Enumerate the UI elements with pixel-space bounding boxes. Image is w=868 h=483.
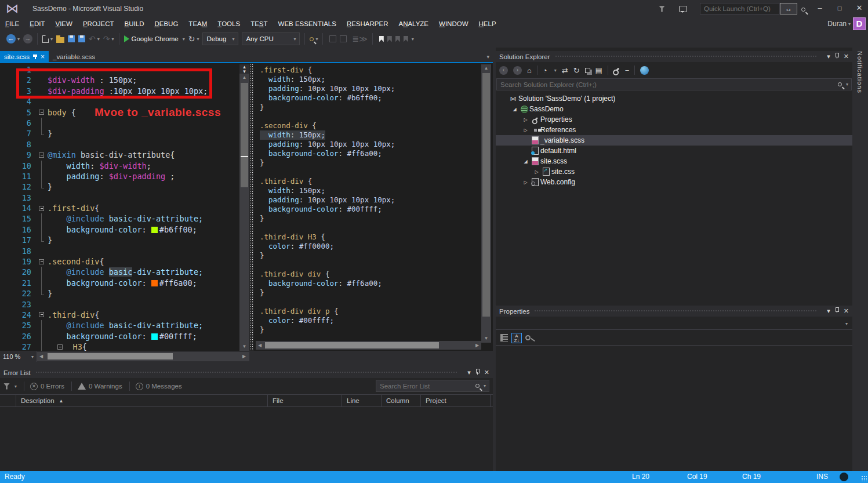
tree-item-web-config[interactable]: ▷Web.config bbox=[496, 177, 852, 187]
fold-toggle-icon[interactable] bbox=[37, 310, 48, 320]
menu-edit[interactable]: EDIT bbox=[24, 17, 50, 30]
tab-variable-scss[interactable]: _variable.scss bbox=[49, 51, 99, 62]
unload-icon[interactable]: − bbox=[625, 66, 630, 75]
close-panel-icon[interactable]: ✕ bbox=[844, 306, 849, 317]
resize-grip[interactable] bbox=[861, 475, 867, 481]
code-line[interactable]: 25 @include basic-div-attribute; bbox=[0, 320, 239, 331]
tree-item-site-css[interactable]: ▷site.css bbox=[496, 166, 852, 177]
start-debug-button[interactable]: Google Chrome ▾ bbox=[124, 35, 185, 42]
find-in-files-icon[interactable] bbox=[310, 37, 314, 41]
messages-filter-toggle[interactable]: i 0 Messages bbox=[136, 383, 182, 390]
warnings-filter-toggle[interactable]: 0 Warnings bbox=[78, 383, 122, 390]
scroll-up-icon[interactable]: ▲ bbox=[239, 74, 249, 82]
menu-view[interactable]: VIEW bbox=[50, 17, 78, 30]
left-horizontal-scrollbar[interactable]: ◀ ▶ bbox=[37, 352, 249, 361]
fold-toggle-icon[interactable] bbox=[37, 256, 48, 267]
code-line[interactable]: 18 bbox=[0, 246, 239, 256]
code-line[interactable]: 21 background-color: #ff6a00; bbox=[0, 278, 239, 288]
pin-tab-icon[interactable] bbox=[33, 54, 37, 59]
tab-site-scss[interactable]: site.scss × bbox=[0, 51, 49, 62]
solution-configuration-dropdown[interactable]: Debug▾ bbox=[202, 32, 238, 45]
undo-icon[interactable]: ↶ bbox=[89, 34, 96, 43]
code-line[interactable]: 20 @include basic-div-attribute; bbox=[0, 267, 239, 277]
fold-toggle-icon[interactable] bbox=[37, 150, 48, 160]
scope-filter-icon[interactable]: ◔ bbox=[543, 66, 547, 75]
tree-item-references[interactable]: ▷References bbox=[496, 125, 852, 135]
solution-explorer-search-box[interactable]: ▾ bbox=[496, 78, 852, 90]
navigate-forward-icon[interactable]: → bbox=[23, 34, 32, 43]
code-line[interactable]: 17} bbox=[0, 235, 239, 245]
tree-item-properties[interactable]: ▷Properties bbox=[496, 114, 852, 125]
collapse-arrow-icon[interactable]: ◢ bbox=[510, 107, 519, 112]
pin-panel-icon[interactable] bbox=[835, 306, 839, 317]
code-line[interactable]: 19.second-div{ bbox=[0, 256, 239, 267]
menu-file[interactable]: FILE bbox=[0, 17, 24, 30]
menu-project[interactable]: PROJECT bbox=[78, 17, 119, 30]
solution-platform-dropdown[interactable]: Any CPU▾ bbox=[242, 32, 300, 45]
minimize-button[interactable]: – bbox=[811, 2, 829, 15]
close-tab-icon[interactable]: × bbox=[41, 53, 45, 61]
categorized-view-icon[interactable] bbox=[500, 334, 508, 342]
scroll-right-icon[interactable]: ▶ bbox=[240, 352, 248, 361]
quick-launch-swap-button[interactable]: ↔ bbox=[780, 3, 797, 14]
user-avatar[interactable]: D bbox=[853, 17, 866, 30]
home-icon[interactable]: ⌂ bbox=[527, 66, 532, 75]
expand-arrow-icon[interactable]: ▷ bbox=[521, 128, 530, 133]
scroll-left-icon[interactable]: ◀ bbox=[37, 352, 45, 361]
menu-window[interactable]: WINDOW bbox=[434, 17, 473, 30]
fold-toggle-icon[interactable] bbox=[37, 107, 48, 118]
tree-item-solution-sassdemo-1-project[interactable]: ⋈Solution 'SassDemo' (1 project) bbox=[496, 93, 852, 104]
save-icon[interactable] bbox=[68, 35, 75, 42]
navigate-back-chevron[interactable]: ▾ bbox=[17, 37, 20, 42]
menu-test[interactable]: TEST bbox=[245, 17, 273, 30]
collapse-all-icon[interactable] bbox=[585, 68, 590, 73]
scroll-down-icon[interactable]: ▼ bbox=[239, 343, 249, 351]
menu-tools[interactable]: TOOLS bbox=[212, 17, 245, 30]
notifications-side-tab[interactable]: Notifications bbox=[856, 51, 868, 167]
menu-resharper[interactable]: RESHARPER bbox=[342, 17, 394, 30]
feedback-bubble-icon[interactable] bbox=[679, 6, 687, 12]
bookmark-chevron[interactable]: ▾ bbox=[412, 37, 414, 42]
zoom-level-dropdown[interactable]: 110 %▾ bbox=[0, 351, 37, 362]
right-horizontal-scrollbar[interactable]: ◀ ▶ bbox=[256, 341, 481, 350]
scope-chevron[interactable]: ▾ bbox=[554, 68, 557, 73]
scroll-right-icon[interactable]: ▶ bbox=[473, 341, 481, 350]
refresh-icon[interactable]: ↻ bbox=[573, 66, 580, 75]
redo-chevron[interactable]: ▾ bbox=[112, 37, 114, 42]
close-panel-icon[interactable]: ✕ bbox=[844, 51, 849, 62]
web-essentials-globe-icon[interactable] bbox=[640, 66, 649, 75]
column-header-project[interactable]: Project bbox=[421, 395, 491, 406]
close-panel-icon[interactable]: ✕ bbox=[484, 367, 489, 378]
scroll-up-icon[interactable]: ▲ bbox=[481, 64, 491, 72]
properties-wrench-icon[interactable] bbox=[613, 67, 619, 73]
find-chevron[interactable]: ▾ bbox=[315, 37, 318, 42]
menu-web-essentials[interactable]: WEB ESSENTIALS bbox=[273, 17, 342, 30]
save-all-icon[interactable] bbox=[78, 35, 85, 42]
signed-in-user[interactable]: Duran bbox=[827, 20, 847, 28]
expand-arrow-icon[interactable]: ▷ bbox=[532, 169, 541, 175]
code-line[interactable]: 11 padding: $div-padding ; bbox=[0, 171, 239, 181]
code-line[interactable]: 27 H3{ bbox=[0, 342, 239, 351]
open-file-icon[interactable] bbox=[56, 37, 64, 43]
code-line[interactable]: 14.first-div{ bbox=[0, 203, 239, 213]
bookmark-icon[interactable] bbox=[379, 36, 384, 42]
close-button[interactable]: ✕ bbox=[851, 2, 868, 15]
column-header-file[interactable]: File bbox=[268, 395, 342, 406]
menu-analyze[interactable]: ANALYZE bbox=[393, 17, 434, 30]
right-vertical-scrollbar[interactable]: ▲ ▼ bbox=[481, 64, 491, 343]
refresh-chevron[interactable]: ▾ bbox=[197, 37, 199, 42]
css-preview-pane[interactable]: .first-div { width: 150px; padding: 10px… bbox=[254, 66, 481, 343]
collapse-arrow-icon[interactable]: ◢ bbox=[521, 159, 530, 164]
code-line[interactable]: 26 background-color: #00ffff; bbox=[0, 331, 239, 342]
new-file-icon[interactable] bbox=[42, 35, 49, 43]
split-divider[interactable] bbox=[249, 64, 254, 351]
quick-launch-box[interactable] bbox=[700, 3, 780, 14]
scroll-down-icon[interactable]: ▼ bbox=[481, 335, 491, 343]
tab-list-chevron-icon[interactable]: ▾ bbox=[486, 54, 489, 60]
code-line[interactable]: 6 bbox=[0, 118, 239, 128]
tree-item-variable-scss[interactable]: _variable.scss bbox=[496, 135, 852, 146]
new-file-chevron[interactable]: ▾ bbox=[50, 37, 53, 42]
navigate-back-icon[interactable]: ← bbox=[6, 34, 16, 43]
code-line[interactable]: 23 bbox=[0, 299, 239, 310]
alphabetical-sort-icon[interactable]: AZ↓ bbox=[511, 333, 522, 343]
